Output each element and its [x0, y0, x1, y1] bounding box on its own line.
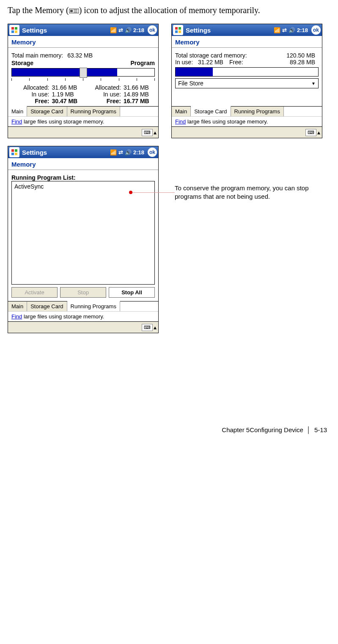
svg-rect-6	[15, 27, 17, 30]
svg-rect-1	[70, 10, 73, 12]
sip-bar: ⌨▴	[8, 321, 158, 333]
tab-strip: Main Storage Card Running Programs	[172, 106, 322, 116]
ok-button[interactable]: ok	[148, 148, 157, 157]
page-heading: Memory	[172, 36, 322, 47]
find-link[interactable]: Find	[11, 313, 22, 320]
tab-strip: Main Storage Card Running Programs	[8, 301, 158, 311]
svg-rect-14	[15, 149, 17, 152]
find-line: Find large files using storage memory.	[8, 116, 158, 126]
tab-running[interactable]: Running Programs	[67, 107, 120, 116]
ok-button[interactable]: ok	[311, 25, 321, 35]
sip-bar: ⌨▴	[172, 126, 322, 138]
start-icon[interactable]	[9, 147, 19, 157]
svg-rect-9	[175, 27, 178, 30]
tab-main[interactable]: Main	[8, 106, 27, 116]
title: Settings	[186, 27, 274, 34]
callout-text: To conserve the program memory, you can …	[175, 184, 327, 201]
svg-rect-5	[11, 27, 14, 30]
svg-rect-11	[175, 30, 178, 33]
find-line: Find large files using storage memory.	[8, 311, 158, 321]
sip-bar: ⌨▴	[8, 126, 158, 138]
titlebar: Settings 📶 ⇄ 🔊 2:18 ok	[8, 146, 158, 158]
keyboard-icon[interactable]: ⌨	[142, 324, 153, 331]
speaker-icon: 🔊	[125, 149, 132, 156]
activate-button: Activate	[11, 287, 58, 298]
tab-running[interactable]: Running Programs	[67, 301, 120, 311]
clock: 2:18	[133, 27, 144, 33]
title: Settings	[22, 149, 110, 156]
memory-slider[interactable]	[11, 68, 155, 77]
signal-icon: 📶	[110, 149, 117, 156]
stop-all-button[interactable]: Stop All	[109, 287, 155, 298]
tab-running[interactable]: Running Programs	[231, 107, 284, 116]
up-arrow-icon[interactable]: ▴	[154, 324, 157, 331]
up-arrow-icon[interactable]: ▴	[317, 129, 320, 136]
tab-storage-card[interactable]: Storage Card	[27, 107, 67, 116]
title: Settings	[22, 27, 110, 34]
find-link[interactable]: Find	[175, 118, 186, 125]
page-footer: Chapter 5Configuring Device │ 5-13	[0, 422, 338, 442]
svg-rect-16	[15, 153, 17, 155]
list-label: Running Program List:	[11, 174, 155, 181]
page-heading: Memory	[8, 36, 158, 47]
store-dropdown[interactable]: File Store▼	[175, 78, 319, 88]
titlebar: Settings 📶 ⇄ 🔊 2:18 ok	[172, 24, 322, 36]
tab-main[interactable]: Main	[172, 107, 191, 116]
svg-rect-12	[179, 30, 181, 33]
ok-button[interactable]: ok	[148, 25, 157, 35]
program-header: Program	[130, 60, 155, 66]
instruction-text: Tap the Memory () icon to adjust the all…	[8, 4, 330, 16]
tab-strip: Main Storage Card Running Programs	[8, 106, 158, 116]
total-label: Total main memory:	[11, 52, 63, 59]
storage-bar	[175, 67, 319, 77]
total-value: 63.32 MB	[63, 52, 155, 59]
slider-thumb[interactable]	[80, 68, 87, 78]
titlebar: Settings 📶 ⇄ 🔊 2:18 ok	[8, 24, 158, 36]
chevron-down-icon: ▼	[311, 81, 316, 86]
sync-icon: ⇄	[118, 149, 123, 156]
storage-header: Storage	[11, 60, 33, 66]
speaker-icon: 🔊	[289, 27, 295, 33]
callout-dot-icon	[129, 191, 132, 194]
tab-storage-card[interactable]: Storage Card	[191, 106, 231, 116]
start-icon[interactable]	[173, 25, 183, 35]
screenshot-storage-card: Settings 📶 ⇄ 🔊 2:18 ok Memory Total stor…	[171, 24, 322, 138]
speaker-icon: 🔊	[125, 27, 132, 33]
up-arrow-icon[interactable]: ▴	[154, 129, 157, 136]
stop-button: Stop	[60, 287, 106, 298]
svg-rect-10	[179, 27, 181, 30]
start-icon[interactable]	[9, 25, 19, 35]
tab-main[interactable]: Main	[8, 301, 27, 311]
clock: 2:18	[133, 149, 144, 156]
find-line: Find large files using storage memory.	[172, 116, 322, 126]
svg-rect-13	[11, 149, 14, 152]
sync-icon: ⇄	[282, 27, 287, 33]
find-link[interactable]: Find	[11, 118, 22, 125]
intro-pre: Tap the Memory (	[8, 5, 69, 15]
screenshot-main: Settings 📶 ⇄ 🔊 2:18 ok Memory Total main…	[8, 24, 159, 138]
callout-line	[132, 192, 175, 193]
total-label: Total storage card memory:	[175, 52, 259, 59]
sync-icon: ⇄	[118, 27, 123, 33]
signal-icon: 📶	[110, 27, 117, 33]
total-value: 120.50 MB	[259, 52, 319, 59]
clock: 2:18	[297, 27, 308, 33]
signal-icon: 📶	[274, 27, 280, 33]
memory-icon	[69, 8, 79, 14]
keyboard-icon[interactable]: ⌨	[142, 129, 153, 136]
svg-rect-8	[15, 30, 17, 33]
svg-rect-7	[11, 30, 14, 33]
callout: To conserve the program memory, you can …	[129, 184, 327, 201]
keyboard-icon[interactable]: ⌨	[305, 129, 316, 136]
tab-storage-card[interactable]: Storage Card	[27, 301, 67, 311]
screenshot-running-programs: Settings 📶 ⇄ 🔊 2:18 ok Memory Running Pr…	[8, 146, 159, 333]
svg-rect-15	[11, 153, 14, 155]
intro-post: ) icon to adjust the allocation of memor…	[79, 5, 260, 15]
page-heading: Memory	[8, 158, 158, 170]
